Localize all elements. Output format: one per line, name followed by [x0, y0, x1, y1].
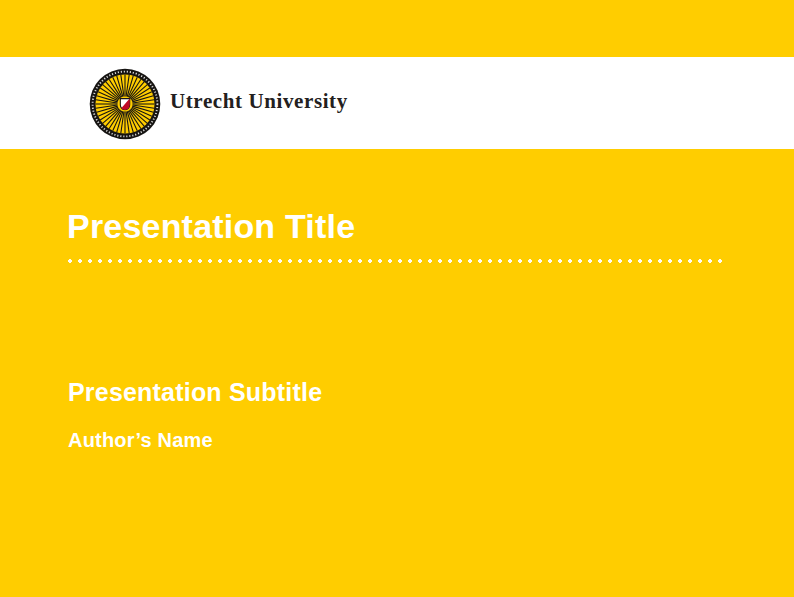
- dotted-separator: [68, 257, 728, 265]
- slide-body: Presentation Title Presentation Subtitle…: [0, 149, 794, 597]
- utrecht-university-seal-icon: [89, 68, 161, 140]
- top-accent-bar: [0, 0, 794, 57]
- author-name: Author’s Name: [68, 429, 213, 452]
- presentation-subtitle: Presentation Subtitle: [68, 378, 322, 407]
- university-wordmark: Utrecht University: [170, 89, 348, 114]
- header-band: Utrecht University: [0, 57, 794, 149]
- presentation-title: Presentation Title: [67, 207, 355, 246]
- presentation-slide: Utrecht University Presentation Title Pr…: [0, 0, 794, 597]
